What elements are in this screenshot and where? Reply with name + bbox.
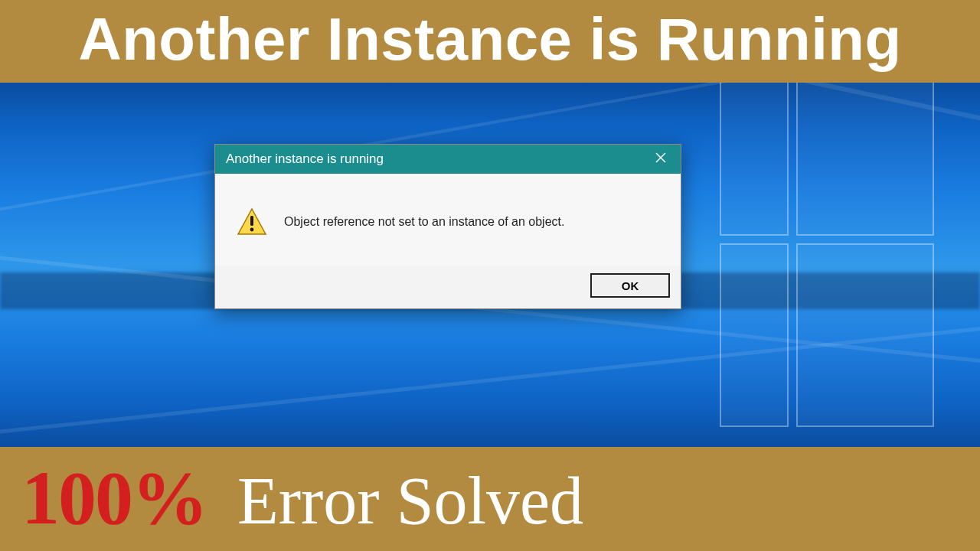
desktop-background: Another instance is running Object refer… (0, 83, 980, 447)
error-dialog: Another instance is running Object refer… (214, 144, 681, 309)
window-pane (796, 243, 934, 427)
error-solved-text: Error Solved (237, 471, 583, 531)
window-pane (720, 83, 789, 236)
close-icon (655, 152, 666, 167)
percent-text: 100% (21, 464, 207, 533)
dialog-body: Object reference not set to an instance … (215, 174, 681, 266)
window-pane (796, 83, 934, 236)
close-button[interactable] (641, 145, 681, 174)
page-frame: Another Instance is Running Another inst… (0, 0, 980, 551)
top-banner: Another Instance is Running (0, 0, 980, 83)
dialog-message: Object reference not set to an instance … (284, 215, 564, 229)
dialog-titlebar[interactable]: Another instance is running (215, 145, 681, 174)
svg-rect-3 (250, 216, 253, 226)
top-banner-text: Another Instance is Running (18, 9, 962, 69)
window-pane (720, 243, 789, 427)
svg-point-4 (250, 228, 254, 232)
warning-icon (237, 207, 267, 237)
dialog-footer: OK (215, 266, 681, 308)
dialog-title: Another instance is running (226, 152, 384, 167)
ok-button[interactable]: OK (590, 273, 670, 298)
bottom-banner: 100% Error Solved (0, 447, 980, 551)
